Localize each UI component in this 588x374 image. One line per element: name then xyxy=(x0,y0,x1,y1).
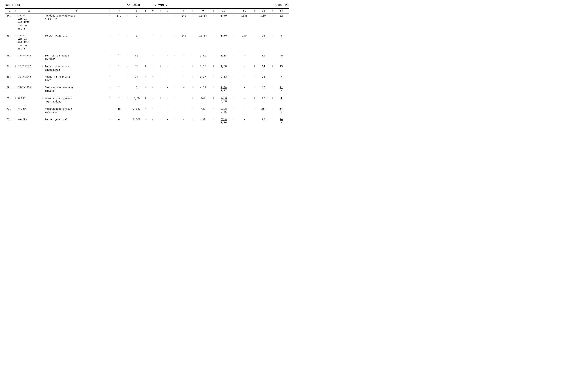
table-cell: I5,I8 xyxy=(194,33,212,51)
col-separator: : xyxy=(14,107,17,115)
col-separator: : xyxy=(191,117,194,125)
table-cell: Металлоконструкциипод приборы xyxy=(44,96,109,105)
table-cell: Краны контрольные I4МI xyxy=(44,75,109,83)
table-cell-frac: 2,380,0I xyxy=(215,85,232,94)
col-header-sep4: : xyxy=(126,9,129,13)
col-separator: : xyxy=(253,64,256,73)
table-cell: 66. xyxy=(5,53,14,62)
table-row: 72.:8-4273:То же, для труб:н:0,200:-:-:-… xyxy=(5,117,289,125)
col-separator: : xyxy=(191,13,194,31)
table-row: 69.:I2-У-2II8:Вентили трехходовые IOI400… xyxy=(5,85,289,94)
table-cell-frac: 4- xyxy=(274,96,289,105)
table-cell: I2-У-22I2 xyxy=(17,64,41,73)
col-separator: : xyxy=(144,107,147,115)
table-cell: I,08 xyxy=(215,64,232,73)
table-row: 65.:I7-04доп.2Iн.5-I25III-760R-I,I:То же… xyxy=(5,33,289,51)
col-separator: : xyxy=(41,64,44,73)
table-cell: " xyxy=(112,53,126,62)
col-separator: : xyxy=(174,53,177,62)
table-cell: I5,I8 xyxy=(194,13,212,31)
table-cell: - xyxy=(147,33,159,51)
table-cell: I9 xyxy=(274,64,289,73)
col-separator: : xyxy=(212,117,215,125)
table-row: 64.:I7-04доп.2Iн.5-I249II-760R-I,I:Прибо… xyxy=(5,13,289,31)
col-separator: : xyxy=(14,117,17,125)
table-cell: 69. xyxy=(5,85,14,94)
table-cell: 7 xyxy=(129,13,144,31)
col-header-sep9: : xyxy=(212,9,215,13)
col-separator: : xyxy=(174,117,177,125)
col-separator: : xyxy=(174,96,177,105)
col-separator: : xyxy=(212,53,215,62)
col-separator: : xyxy=(126,85,129,94)
page-number: - 299 - xyxy=(154,4,168,7)
col-header-7: 7 xyxy=(162,9,174,13)
table-cell: - xyxy=(177,85,191,94)
col-separator: : xyxy=(14,85,17,94)
table-cell: 68. xyxy=(5,75,14,83)
col-separator: : xyxy=(109,33,112,51)
table-cell: - xyxy=(177,117,191,125)
col-separator: : xyxy=(14,96,17,105)
col-header-13: I3 xyxy=(274,9,289,13)
col-separator: : xyxy=(144,64,147,73)
col-separator: : xyxy=(253,53,256,62)
table-cell: 0,97 xyxy=(194,75,212,83)
col-separator: : xyxy=(212,107,215,115)
col-separator: : xyxy=(109,96,112,105)
table-cell: - xyxy=(235,96,253,105)
col-separator: : xyxy=(144,117,147,125)
table-cell: 240 xyxy=(177,33,191,51)
table-cell: I2-У-2244 xyxy=(17,75,41,83)
column-headers: I : 2 : 3 : 4 : 5 : 6 : 7 : 8 : 9 : IO :… xyxy=(5,9,289,13)
table-cell: - xyxy=(162,107,174,115)
col-separator: : xyxy=(191,75,194,83)
col-separator: : xyxy=(232,64,235,73)
col-separator: : xyxy=(271,117,274,125)
col-header-sep6: : xyxy=(159,9,162,13)
col-separator: : xyxy=(109,117,112,125)
table-cell: - xyxy=(162,64,174,73)
table-row: 7I.:8-I476:Металлоконструкциикабельные:н… xyxy=(5,107,289,115)
table-row: 70.:8-903:Металлоконструкциипод приборы:… xyxy=(5,96,289,105)
col-separator: : xyxy=(174,64,177,73)
col-separator: : xyxy=(212,75,215,83)
col-header-sep8: : xyxy=(191,9,194,13)
col-separator: : xyxy=(41,96,44,105)
col-header-12: I2 xyxy=(256,9,271,13)
col-separator: : xyxy=(212,33,215,51)
table-cell: 0,05 xyxy=(129,96,144,105)
col-separator: : xyxy=(14,33,17,51)
col-separator: : xyxy=(174,75,177,83)
col-header-11: II xyxy=(235,9,253,13)
col-separator: : xyxy=(271,107,274,115)
table-cell: Вентили запорные I5кчI8п xyxy=(44,53,109,62)
col-separator: : xyxy=(232,53,235,62)
table-cell: - xyxy=(147,75,159,83)
table-cell: - xyxy=(235,107,253,115)
col-separator: : xyxy=(41,107,44,115)
col-header-sep5: : xyxy=(144,9,147,13)
col-separator: : xyxy=(174,85,177,94)
table-cell: - xyxy=(235,64,253,73)
table-cell: - xyxy=(147,64,159,73)
col-separator: : xyxy=(253,107,256,115)
col-separator: : xyxy=(212,64,215,73)
col-separator: : xyxy=(253,85,256,94)
col-separator: : xyxy=(159,85,162,94)
col-separator: : xyxy=(109,13,112,31)
col-separator: : xyxy=(271,64,274,73)
col-separator: : xyxy=(159,107,162,115)
col-separator: : xyxy=(271,75,274,83)
table-cell: - xyxy=(162,53,174,62)
spacer-row xyxy=(5,51,289,53)
col-header-sep11: : xyxy=(253,9,256,13)
col-separator: : xyxy=(174,13,177,31)
col-separator: : xyxy=(41,85,44,94)
table-cell: н xyxy=(112,117,126,125)
col-header-sep7: : xyxy=(174,9,177,13)
table-cell-frac: 8I,80,76 xyxy=(215,117,232,125)
col-header-3: 3 xyxy=(44,9,109,13)
table-cell: " xyxy=(112,64,126,73)
table-cell: - xyxy=(162,117,174,125)
